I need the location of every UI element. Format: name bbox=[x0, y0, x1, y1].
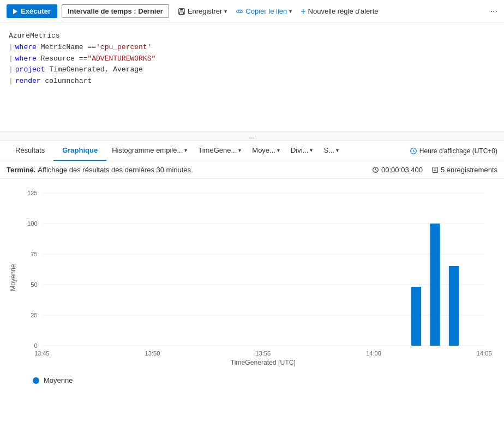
toolbar: Exécuter Intervalle de temps : Dernier E… bbox=[0, 0, 504, 23]
records-icon bbox=[431, 166, 439, 173]
code-line-4: | project TimeGenerated, Average bbox=[9, 64, 504, 76]
bar-2 bbox=[430, 224, 440, 346]
legend-label: Moyenne bbox=[44, 376, 73, 384]
code-line-3: | where Resource == "ADVENTUREWORKS" bbox=[9, 53, 504, 65]
tab-results[interactable]: Résultats bbox=[7, 141, 53, 161]
svg-text:100: 100 bbox=[27, 220, 38, 227]
svg-text:13:50: 13:50 bbox=[145, 350, 160, 357]
svg-rect-1 bbox=[180, 8, 183, 10]
chevron-down-icon: ▾ bbox=[184, 147, 187, 153]
legend-dot bbox=[33, 377, 39, 384]
run-button[interactable]: Exécuter bbox=[7, 4, 57, 18]
tab-division[interactable]: Divi... ▾ bbox=[285, 141, 319, 161]
status-records: 5 enregistrements bbox=[431, 166, 497, 174]
bar-3 bbox=[449, 266, 459, 346]
code-line-5: | render columnchart bbox=[9, 76, 504, 87]
code-editor[interactable]: AzureMetrics | where MetricName == 'cpu_… bbox=[0, 23, 504, 132]
svg-text:50: 50 bbox=[31, 281, 37, 288]
tab-histogramme[interactable]: Histogramme empilé... ▾ bbox=[106, 141, 193, 161]
tab-s[interactable]: S... ▾ bbox=[318, 141, 344, 161]
svg-text:Moyenne: Moyenne bbox=[9, 264, 17, 291]
status-done: Terminé. bbox=[7, 166, 35, 174]
records-value: 5 enregistrements bbox=[441, 166, 497, 174]
duration-value: 00:00:03.400 bbox=[381, 166, 423, 174]
svg-text:13:55: 13:55 bbox=[255, 350, 271, 357]
link-icon bbox=[236, 8, 243, 15]
svg-rect-2 bbox=[179, 11, 183, 14]
clock-icon bbox=[410, 147, 417, 155]
tab-moyenne[interactable]: Moye... ▾ bbox=[247, 141, 285, 161]
save-icon bbox=[178, 8, 185, 15]
chevron-down-icon: ▾ bbox=[310, 147, 313, 153]
code-line-2: | where MetricName == 'cpu_percent' bbox=[9, 42, 504, 53]
new-alert-label: Nouvelle règle d'alerte bbox=[308, 7, 379, 15]
svg-text:25: 25 bbox=[31, 312, 37, 318]
tabs-row: Résultats Graphique Histogramme empilé..… bbox=[0, 141, 504, 161]
status-bar: Terminé. Affichage des résultats des der… bbox=[0, 161, 504, 179]
time-interval-prefix: Intervalle de temps : bbox=[68, 7, 138, 15]
status-duration: 00:00:03.400 bbox=[372, 166, 423, 174]
tabs-right: Heure d'affichage (UTC+0) bbox=[410, 147, 497, 155]
svg-text:TimeGenerated [UTC]: TimeGenerated [UTC] bbox=[231, 359, 296, 366]
svg-text:0: 0 bbox=[34, 342, 38, 349]
svg-text:14:05: 14:05 bbox=[477, 350, 492, 357]
chevron-down-icon: ▾ bbox=[336, 147, 339, 153]
timer-icon bbox=[372, 166, 379, 173]
chevron-down-icon: ▾ bbox=[277, 147, 280, 153]
time-interval-value: Dernier bbox=[138, 7, 163, 15]
time-interval-button[interactable]: Intervalle de temps : Dernier bbox=[62, 4, 169, 18]
chart-area: Moyenne 0 25 50 75 100 125 bbox=[9, 188, 495, 367]
more-actions[interactable]: ··· bbox=[490, 7, 497, 16]
bar-1 bbox=[411, 287, 421, 346]
copy-link-label: Copier le lien bbox=[245, 7, 287, 15]
chart-svg: Moyenne 0 25 50 75 100 125 bbox=[9, 188, 495, 367]
svg-text:125: 125 bbox=[27, 190, 38, 196]
time-label: Heure d'affichage (UTC+0) bbox=[419, 147, 497, 155]
chart-legend: Moyenne bbox=[0, 372, 504, 391]
tab-graphique[interactable]: Graphique bbox=[53, 141, 106, 161]
new-alert-link[interactable]: + Nouvelle règle d'alerte bbox=[301, 7, 378, 16]
resize-handle[interactable]: ... bbox=[0, 132, 504, 141]
toolbar-actions: Enregistrer ▾ Copier le lien ▾ + Nouvell… bbox=[178, 7, 379, 16]
chevron-down-icon: ▾ bbox=[238, 147, 241, 153]
svg-text:75: 75 bbox=[31, 251, 37, 257]
run-label: Exécuter bbox=[21, 7, 51, 15]
save-label: Enregistrer bbox=[188, 7, 223, 15]
svg-text:14:00: 14:00 bbox=[366, 350, 381, 357]
copy-link[interactable]: Copier le lien ▾ bbox=[236, 7, 292, 15]
table-name: AzureMetrics bbox=[9, 31, 60, 42]
status-right: 00:00:03.400 5 enregistrements bbox=[372, 166, 497, 174]
tab-timegenerated[interactable]: TimeGene... ▾ bbox=[193, 141, 247, 161]
status-message: Affichage des résultats des dernières 30… bbox=[38, 166, 193, 174]
svg-rect-5 bbox=[433, 167, 438, 173]
code-line-1: AzureMetrics bbox=[9, 31, 504, 42]
play-icon bbox=[13, 9, 17, 14]
save-link[interactable]: Enregistrer ▾ bbox=[178, 7, 227, 15]
chart-container: Moyenne 0 25 50 75 100 125 bbox=[0, 179, 504, 372]
svg-text:13:45: 13:45 bbox=[34, 350, 50, 357]
